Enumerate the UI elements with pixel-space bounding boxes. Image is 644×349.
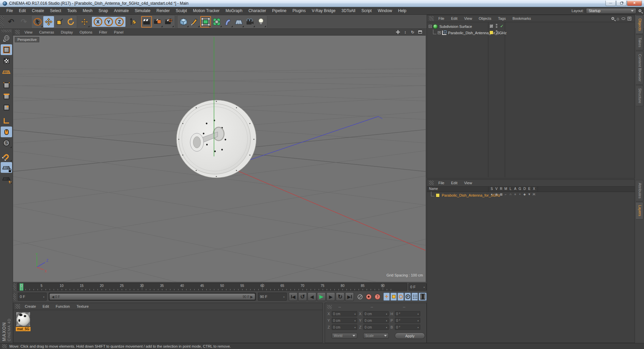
layout-dropdown[interactable]: Startup xyxy=(586,8,636,14)
menu-mesh[interactable]: Mesh xyxy=(79,8,95,13)
size-z-field[interactable]: 0 cm▲▼ xyxy=(363,325,389,330)
object-manager-grip[interactable] xyxy=(429,16,434,21)
snap-button[interactable] xyxy=(1,151,12,162)
material-grip[interactable] xyxy=(15,304,20,309)
palette-grip[interactable] xyxy=(1,30,11,32)
live-selection-button[interactable] xyxy=(32,16,43,28)
menu-script[interactable]: Script xyxy=(358,8,375,13)
column-header-e[interactable]: E xyxy=(527,187,532,191)
menu-tools[interactable]: Tools xyxy=(64,8,79,13)
material-menu-texture[interactable]: Texture xyxy=(73,304,92,308)
om-menu-edit[interactable]: Edit xyxy=(448,16,461,20)
transport-grip[interactable] xyxy=(13,293,16,300)
points-mode-button[interactable] xyxy=(1,80,12,91)
om-menu-file[interactable]: File xyxy=(435,16,448,20)
last-tool-button[interactable] xyxy=(79,16,90,28)
texture-column-cell[interactable] xyxy=(489,24,493,28)
tab-content-browser[interactable]: Content Browser xyxy=(636,51,643,85)
enable-axis-button[interactable] xyxy=(1,115,12,126)
enabled-check-icon[interactable]: ✓ xyxy=(500,24,503,29)
ruler-frame-field[interactable]: 0 F ▲▼ xyxy=(409,283,427,291)
coordinate-system-dropdown[interactable]: World xyxy=(332,333,357,339)
autokey-button[interactable] xyxy=(365,293,373,301)
toolbar-grip[interactable] xyxy=(1,16,4,28)
menu-3dtoall[interactable]: 3DToAll xyxy=(338,8,358,13)
record-scale-toggle[interactable] xyxy=(390,293,397,301)
scene-3d[interactable]: Y Z X xyxy=(13,36,426,282)
range-thumb[interactable]: ◀ 0 F 90 F ▶ xyxy=(50,294,255,300)
record-rotation-toggle[interactable] xyxy=(397,293,404,301)
menu-window[interactable]: Window xyxy=(375,8,395,13)
material-menu-create[interactable]: Create xyxy=(21,304,39,308)
menu-mograph[interactable]: MoGraph xyxy=(223,8,246,13)
layer-flag-icon-[interactable]: ● xyxy=(489,193,494,196)
render-view-button[interactable] xyxy=(141,16,152,28)
layer-flag-icon-[interactable]: ◉ xyxy=(494,193,499,196)
column-header-v[interactable]: V xyxy=(494,187,499,191)
search-icon[interactable] xyxy=(639,9,641,12)
play-reverse-button[interactable]: ↺ xyxy=(298,292,307,301)
current-frame-field[interactable]: 0 F ▲▼ xyxy=(18,293,47,301)
material-menu-function[interactable]: Function xyxy=(52,304,73,308)
column-header-a[interactable]: A xyxy=(513,187,518,191)
timeline-window-button[interactable] xyxy=(419,293,427,301)
timeline-ruler[interactable]: 051015202530354045505560657075808590 xyxy=(17,283,407,291)
eye-icon[interactable] xyxy=(622,17,625,20)
material-thumbnail[interactable] xyxy=(16,312,31,327)
render-settings-button[interactable] xyxy=(163,16,174,28)
menu-motion-tracker[interactable]: Motion Tracker xyxy=(190,8,222,13)
add-floor-button[interactable] xyxy=(233,16,244,28)
tab-attributes[interactable]: Attributes xyxy=(636,180,643,201)
previous-frame-button[interactable]: ◀ xyxy=(308,292,316,301)
menu-plugins[interactable]: Plugins xyxy=(289,8,309,13)
layer-flag-icon-[interactable]: + xyxy=(518,193,522,196)
size-y-field[interactable]: 0 cm▲▼ xyxy=(363,318,389,323)
layers-menu-view[interactable]: View xyxy=(461,181,476,185)
record-button[interactable] xyxy=(356,293,364,301)
lock-workplane-button[interactable] xyxy=(1,162,12,173)
menu-v-ray-bridge[interactable]: V-Ray Bridge xyxy=(309,8,338,13)
layer-flag-icon-[interactable]: ∩ xyxy=(508,193,513,196)
end-frame-field[interactable]: 90 F ▲▼ xyxy=(258,293,287,301)
tab-structure[interactable]: Structure xyxy=(636,85,643,106)
column-header-m[interactable]: M xyxy=(503,187,508,191)
visibility-dots[interactable] xyxy=(496,30,497,34)
tab-takes[interactable]: Takes xyxy=(636,35,643,50)
add-primitive-button[interactable] xyxy=(178,16,189,28)
axis-lock-x[interactable]: X xyxy=(94,17,102,26)
om-menu-bookmarks[interactable]: Bookmarks xyxy=(509,16,534,20)
object-row-parabolic-dish[interactable]: + Parabolic_Dish_Antenna_for_5GHz xyxy=(427,30,635,36)
tab-objects[interactable]: Objects xyxy=(636,15,643,34)
menu-create[interactable]: Create xyxy=(29,8,47,13)
pan-view-button[interactable] xyxy=(395,30,401,35)
record-parameter-toggle[interactable]: P xyxy=(405,293,411,301)
size-x-field[interactable]: 0 cm▲▼ xyxy=(363,311,389,316)
object-label[interactable]: Subdivision Surface xyxy=(439,24,472,29)
axis-lock-y[interactable]: Y xyxy=(104,17,113,26)
rot-p-field[interactable]: 0 °▲▼ xyxy=(395,318,420,323)
axis-lock-z[interactable]: Z xyxy=(115,17,124,26)
column-divider[interactable] xyxy=(488,22,488,177)
material-menu-edit[interactable]: Edit xyxy=(39,304,52,308)
layer-color-cell[interactable] xyxy=(489,31,493,35)
layer-color-swatch[interactable] xyxy=(436,193,440,197)
viewport-menu-display[interactable]: Display xyxy=(57,30,76,34)
close-button[interactable]: ✕ xyxy=(627,1,642,6)
goto-end-button[interactable]: ▶ xyxy=(345,292,354,301)
om-menu-view[interactable]: View xyxy=(461,16,476,20)
add-camera-button[interactable] xyxy=(245,16,255,28)
pos-y-field[interactable]: 0 cm▲▼ xyxy=(332,318,357,323)
menu-render[interactable]: Render xyxy=(154,8,173,13)
add-spline-button[interactable] xyxy=(189,16,200,28)
stepper-icon[interactable]: ▲▼ xyxy=(423,287,425,287)
layer-flag-icon-[interactable]: ▦ xyxy=(499,193,503,196)
layer-flag-icon-[interactable]: ⌐ xyxy=(503,193,508,196)
object-label[interactable]: Parabolic_Dish_Antenna_for_5GHz xyxy=(448,31,506,35)
om-menu-objects[interactable]: Objects xyxy=(475,16,494,20)
add-deformer-button[interactable] xyxy=(211,16,222,28)
play-button[interactable]: ▶ xyxy=(317,292,326,301)
expand-icon[interactable]: + xyxy=(438,31,441,34)
layers-grip[interactable] xyxy=(429,181,434,185)
collapse-icon[interactable]: − xyxy=(429,25,432,28)
redo-button[interactable]: ↷ xyxy=(18,16,29,28)
